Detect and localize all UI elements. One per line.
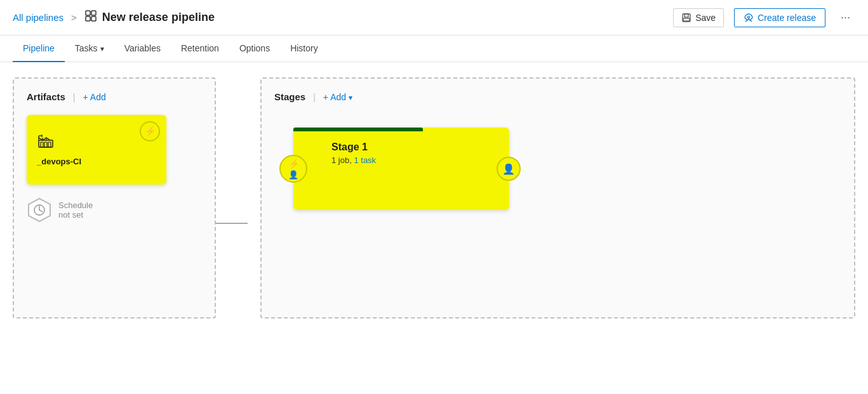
user-pre-icon: 👤 (288, 170, 298, 180)
stages-panel: Stages | + Add Stage 1 1 job, 1 task ⚡ (260, 77, 855, 318)
add-stage-chevron-icon (349, 92, 352, 102)
more-options-button[interactable]: ··· (836, 8, 855, 27)
artifacts-title: Artifacts (27, 91, 65, 102)
nav-tabs: Pipeline Tasks Variables Retention Optio… (0, 36, 868, 62)
artifact-trigger-badge[interactable]: ⚡ (140, 121, 160, 141)
connector-area (216, 77, 248, 318)
stage-card-wrapper: Stage 1 1 job, 1 task ⚡ 👤 👤 (293, 128, 509, 210)
artifacts-panel: Artifacts | + Add ⚡ (13, 77, 216, 318)
tab-variables[interactable]: Variables (114, 36, 171, 62)
svg-rect-3 (91, 16, 96, 21)
header-right: Save Create release ··· (673, 8, 855, 27)
artifact-name: _devops-CI (37, 157, 81, 166)
artifact-type-icon (37, 131, 55, 153)
add-stage-button[interactable]: + Add (323, 92, 352, 102)
more-icon: ··· (841, 11, 850, 23)
tab-tasks[interactable]: Tasks (65, 36, 114, 62)
tasks-chevron-icon (100, 43, 104, 53)
artifacts-header: Artifacts | + Add (27, 91, 202, 102)
create-release-button[interactable]: Create release (734, 8, 825, 27)
connector-line (216, 223, 248, 224)
lightning-icon: ⚡ (144, 126, 156, 137)
svg-point-7 (748, 16, 750, 18)
create-release-label: Create release (758, 13, 816, 23)
schedule-hex-icon (27, 197, 52, 223)
main-content: Artifacts | + Add ⚡ (0, 62, 868, 334)
svg-rect-1 (91, 11, 96, 15)
add-artifact-button[interactable]: + Add (83, 92, 106, 102)
post-deployment-icon[interactable]: 👤 (497, 157, 521, 181)
svg-rect-4 (683, 14, 690, 22)
header-left: All pipelines > New release pipeline (13, 10, 215, 25)
tab-options[interactable]: Options (229, 36, 280, 62)
save-label: Save (695, 13, 716, 23)
pre-deployment-icon[interactable]: ⚡ 👤 (279, 155, 307, 183)
schedule-area[interactable]: Schedule not set (27, 197, 202, 223)
stage-title: Stage 1 (331, 141, 499, 153)
lightning-pre-icon: ⚡ (288, 159, 299, 169)
stage-subtitle: 1 job, 1 task (331, 155, 499, 165)
user-post-icon: 👤 (502, 163, 515, 175)
stage-body: Stage 1 1 job, 1 task (293, 131, 509, 175)
page-header: All pipelines > New release pipeline Sav… (0, 0, 868, 36)
tab-history[interactable]: History (280, 36, 328, 62)
schedule-text: Schedule not set (58, 200, 93, 220)
save-button[interactable]: Save (673, 8, 724, 27)
stage-card[interactable]: Stage 1 1 job, 1 task ⚡ 👤 👤 (293, 128, 509, 210)
tab-retention[interactable]: Retention (171, 36, 229, 62)
breadcrumb-separator: > (71, 12, 77, 23)
stages-header: Stages | + Add (274, 91, 841, 102)
rocket-icon (744, 13, 754, 23)
all-pipelines-link[interactable]: All pipelines (13, 12, 63, 23)
svg-rect-0 (86, 11, 90, 15)
pipeline-title: New release pipeline (102, 11, 215, 24)
svg-rect-6 (683, 18, 690, 21)
save-icon (681, 13, 691, 23)
tab-pipeline[interactable]: Pipeline (13, 36, 65, 62)
svg-rect-2 (86, 16, 90, 21)
artifact-card[interactable]: ⚡ _devops-CI (27, 115, 166, 185)
svg-rect-5 (684, 14, 688, 17)
pipeline-type-icon (84, 10, 97, 25)
stages-title: Stages (274, 91, 305, 102)
